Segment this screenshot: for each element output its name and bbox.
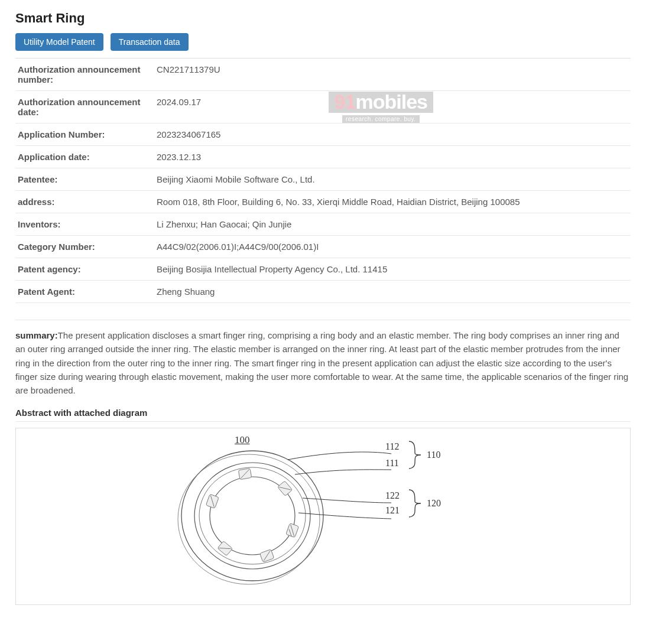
table-row: Authorization announcement number:CN2217… — [15, 58, 631, 91]
table-row: Patent agency:Beijing Bosijia Intellectu… — [15, 258, 631, 281]
table-row: Application date:2023.12.13 — [15, 146, 631, 168]
button-row: Utility Model Patent Transaction data — [15, 33, 631, 51]
table-row: Category Number:A44C9/02(2006.01)I;A44C9… — [15, 236, 631, 258]
callout-111: 111 — [385, 458, 399, 469]
watermark-prefix: 91 — [335, 90, 356, 113]
svg-point-3 — [199, 467, 306, 564]
field-value: Beijing Xiaomi Mobile Software Co., Ltd. — [154, 168, 631, 191]
field-value: 2023.12.13 — [154, 146, 631, 168]
diagram-box: 100 91mobiles research. compare. buy. — [15, 428, 631, 605]
field-label: Category Number: — [15, 236, 154, 258]
field-value: A44C9/02(2006.01)I;A44C9/00(2006.01)I — [154, 236, 631, 258]
table-row: Patentee:Beijing Xiaomi Mobile Software … — [15, 168, 631, 191]
abstract-heading: Abstract with attached diagram — [15, 408, 631, 422]
field-value: 2024.09.17 — [154, 91, 631, 123]
field-value: Zheng Shuang — [154, 281, 631, 303]
transaction-data-button[interactable]: Transaction data — [111, 33, 189, 51]
summary-label: summary: — [15, 330, 58, 340]
callout-122: 122 — [385, 490, 400, 501]
table-row: Patent Agent:Zheng Shuang — [15, 281, 631, 303]
field-value: 2023234067165 — [154, 123, 631, 146]
brace-110-icon — [406, 440, 424, 470]
field-value: CN221711379U — [154, 58, 631, 91]
page-title: Smart Ring — [15, 11, 631, 26]
callout-112: 112 — [385, 441, 399, 452]
callout-110: 110 — [427, 450, 440, 460]
ring-diagram — [134, 433, 512, 593]
field-label: Patent Agent: — [15, 281, 154, 303]
summary-text: The present application discloses a smar… — [15, 330, 628, 395]
field-value: Li Zhenxu; Han Gaocai; Qin Junjie — [154, 213, 631, 236]
brace-120-icon — [406, 489, 424, 518]
utility-model-patent-button[interactable]: Utility Model Patent — [15, 33, 103, 51]
field-label: Patent agency: — [15, 258, 154, 281]
field-value: Room 018, 8th Floor, Building 6, No. 33,… — [154, 191, 631, 213]
svg-point-2 — [194, 463, 310, 569]
field-label: Inventors: — [15, 213, 154, 236]
table-row: Inventors:Li Zhenxu; Han Gaocai; Qin Jun… — [15, 213, 631, 236]
table-row: Application Number:2023234067165 — [15, 123, 631, 146]
callout-121: 121 — [385, 505, 400, 516]
callout-120: 120 — [427, 498, 441, 509]
figure-ref-label: 100 — [235, 434, 250, 446]
field-label: address: — [15, 191, 154, 213]
field-label: Patentee: — [15, 168, 154, 191]
field-label: Authorization announcement number: — [15, 58, 154, 91]
field-label: Application date: — [15, 146, 154, 168]
field-label: Application Number: — [15, 123, 154, 146]
summary-block: summary:The present application disclose… — [15, 320, 631, 397]
field-label: Authorization announcement date: — [15, 91, 154, 123]
table-row: address:Room 018, 8th Floor, Building 6,… — [15, 191, 631, 213]
field-value: Beijing Bosijia Intellectual Property Ag… — [154, 258, 631, 281]
